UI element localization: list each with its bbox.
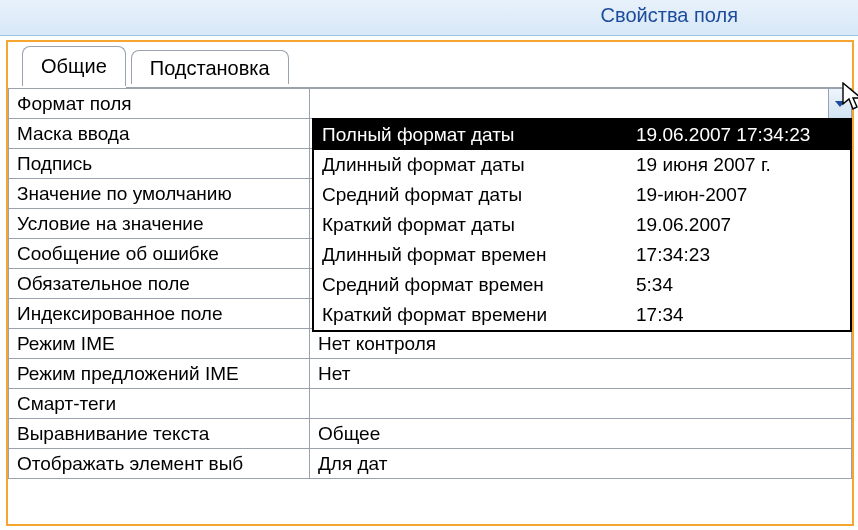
property-value-cell[interactable]: Для дат bbox=[310, 449, 852, 479]
property-row: Режим предложений IME Нет bbox=[9, 359, 852, 389]
property-value: Нет bbox=[318, 363, 350, 384]
tab-lookup[interactable]: Подстановка bbox=[131, 50, 289, 84]
property-label: Режим предложений IME bbox=[9, 359, 310, 389]
property-row: Отображать элемент выб Для дат bbox=[9, 449, 852, 479]
property-row: Выравнивание текста Общее bbox=[9, 419, 852, 449]
tab-label: Общие bbox=[41, 55, 107, 77]
dropdown-option-example: 19-июн-2007 bbox=[628, 184, 850, 206]
dropdown-option-example: 19.06.2007 bbox=[628, 214, 850, 236]
property-value: Нет контроля bbox=[318, 333, 436, 354]
dropdown-option[interactable]: Краткий формат времени 17:34 bbox=[314, 300, 850, 330]
properties-panel: Общие Подстановка Формат поля bbox=[6, 40, 854, 526]
property-label: Индексированное поле bbox=[9, 299, 310, 329]
format-dropdown-list[interactable]: Полный формат даты 19.06.2007 17:34:23 Д… bbox=[312, 118, 852, 332]
property-value-cell[interactable]: Общее bbox=[310, 419, 852, 449]
tabs-row: Общие Подстановка bbox=[22, 42, 842, 90]
property-row: Смарт-теги bbox=[9, 389, 852, 419]
property-label: Режим IME bbox=[9, 329, 310, 359]
dropdown-option[interactable]: Средний формат даты 19-июн-2007 bbox=[314, 180, 850, 210]
dropdown-option-name: Краткий формат даты bbox=[314, 214, 628, 236]
dropdown-option-example: 17:34 bbox=[628, 304, 850, 326]
dropdown-option-example: 17:34:23 bbox=[628, 244, 850, 266]
tab-label: Подстановка bbox=[150, 57, 270, 79]
dropdown-option-name: Полный формат даты bbox=[314, 124, 628, 146]
dropdown-option-example: 19.06.2007 17:34:23 bbox=[628, 124, 850, 146]
property-row: Формат поля bbox=[9, 89, 852, 119]
property-label: Обязательное поле bbox=[9, 269, 310, 299]
property-label: Смарт-теги bbox=[9, 389, 310, 419]
property-label: Формат поля bbox=[9, 89, 310, 119]
property-value-cell[interactable] bbox=[310, 389, 852, 419]
tabstrip-underline bbox=[22, 87, 842, 88]
property-label: Значение по умолчанию bbox=[9, 179, 310, 209]
dropdown-option-example: 19 июня 2007 г. bbox=[628, 154, 850, 176]
property-label: Условие на значение bbox=[9, 209, 310, 239]
dropdown-option-name: Средний формат времен bbox=[314, 274, 628, 296]
property-label: Отображать элемент выб bbox=[9, 449, 310, 479]
property-label: Подпись bbox=[9, 149, 310, 179]
format-dropdown-button[interactable] bbox=[828, 89, 851, 118]
chevron-down-icon bbox=[835, 101, 845, 107]
property-value: Для дат bbox=[318, 453, 387, 474]
dropdown-option-name: Краткий формат времени bbox=[314, 304, 628, 326]
dropdown-option-name: Длинный формат времен bbox=[314, 244, 628, 266]
dropdown-option[interactable]: Длинный формат времен 17:34:23 bbox=[314, 240, 850, 270]
property-row: Режим IME Нет контроля bbox=[9, 329, 852, 359]
dropdown-option[interactable]: Средний формат времен 5:34 bbox=[314, 270, 850, 300]
property-label: Маска ввода bbox=[9, 119, 310, 149]
section-header: Свойства поля bbox=[0, 0, 858, 36]
property-value-cell[interactable]: Нет контроля bbox=[310, 329, 852, 359]
dropdown-option[interactable]: Полный формат даты 19.06.2007 17:34:23 bbox=[314, 120, 850, 150]
property-value: Общее bbox=[318, 423, 380, 444]
property-value-cell[interactable]: Нет bbox=[310, 359, 852, 389]
property-value-cell[interactable] bbox=[310, 89, 852, 119]
property-label: Сообщение об ошибке bbox=[9, 239, 310, 269]
dropdown-option-example: 5:34 bbox=[628, 274, 850, 296]
section-title: Свойства поля bbox=[601, 4, 738, 27]
dropdown-option-name: Длинный формат даты bbox=[314, 154, 628, 176]
dropdown-option-name: Средний формат даты bbox=[314, 184, 628, 206]
dropdown-option[interactable]: Длинный формат даты 19 июня 2007 г. bbox=[314, 150, 850, 180]
property-label: Выравнивание текста bbox=[9, 419, 310, 449]
tab-general[interactable]: Общие bbox=[22, 46, 126, 86]
dropdown-option[interactable]: Краткий формат даты 19.06.2007 bbox=[314, 210, 850, 240]
